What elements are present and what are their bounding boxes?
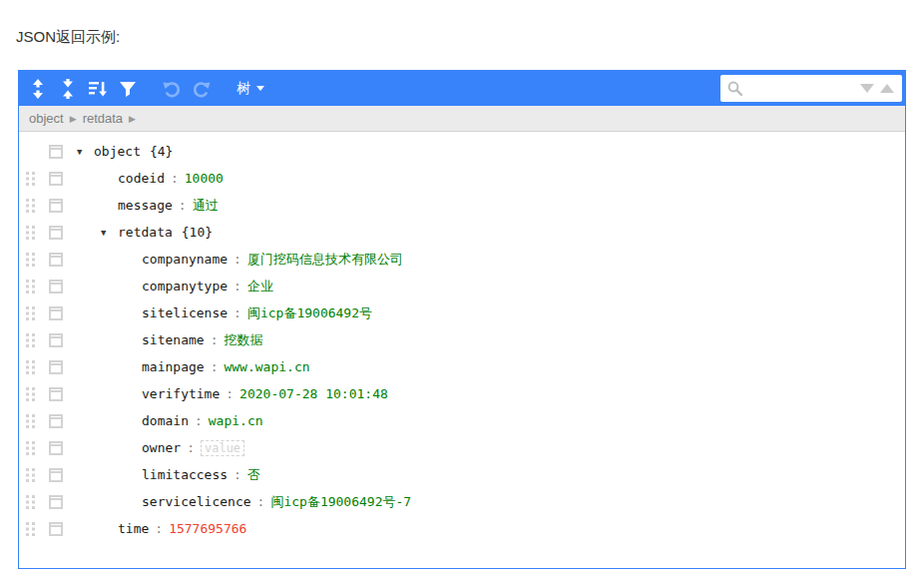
context-menu-button[interactable] xyxy=(49,441,63,455)
sort-icon xyxy=(88,79,108,99)
field-name[interactable]: servicelicence xyxy=(142,494,251,509)
context-menu-button[interactable] xyxy=(49,333,63,347)
drag-handle-icon[interactable] xyxy=(26,226,37,240)
field-name[interactable]: companyname xyxy=(142,252,228,267)
tree-row: ▼ verifytime : 2020-07-28 10:01:48 xyxy=(19,380,905,407)
drag-handle-icon[interactable] xyxy=(26,522,37,536)
search-next-icon[interactable] xyxy=(860,84,874,93)
redo-button[interactable] xyxy=(189,76,215,102)
field-value[interactable]: 厦门挖码信息技术有限公司 xyxy=(247,251,403,269)
drag-handle-icon[interactable] xyxy=(26,360,37,374)
context-menu-button[interactable] xyxy=(49,253,63,267)
search-input[interactable] xyxy=(744,78,860,99)
key-value-separator: : xyxy=(257,494,265,509)
key-value-separator: : xyxy=(171,171,179,186)
context-menu-button[interactable] xyxy=(49,495,63,509)
field-value[interactable]: value xyxy=(201,440,244,456)
field-name[interactable]: codeid xyxy=(118,171,165,186)
context-menu-button[interactable] xyxy=(49,360,63,374)
drag-handle-icon[interactable] xyxy=(26,387,37,401)
collapse-all-icon xyxy=(58,79,78,99)
expand-all-button[interactable] xyxy=(25,76,51,102)
field-name[interactable]: domain xyxy=(142,413,189,428)
undo-icon xyxy=(162,79,182,99)
context-menu-button[interactable] xyxy=(49,387,63,401)
key-value-separator: : xyxy=(187,440,195,455)
field-name[interactable]: object xyxy=(94,144,141,159)
tree-row: ▼ mainpage : www.wapi.cn xyxy=(19,353,905,380)
key-value-separator: : xyxy=(155,521,163,536)
key-value-separator: : xyxy=(233,305,241,320)
page-title: JSON返回示例: xyxy=(16,28,120,47)
object-count: {10} xyxy=(182,225,213,240)
context-menu-button[interactable] xyxy=(49,468,63,482)
drag-handle-icon[interactable] xyxy=(26,172,37,186)
field-name[interactable]: time xyxy=(118,521,149,536)
field-value[interactable]: 企业 xyxy=(247,278,273,295)
tree-row: ▼ sitename : 挖数据 xyxy=(19,326,905,353)
context-menu-button[interactable] xyxy=(49,226,63,240)
context-menu-button[interactable] xyxy=(49,199,63,213)
drag-handle-icon[interactable] xyxy=(26,333,37,347)
key-value-separator: : xyxy=(195,413,203,428)
field-value[interactable]: wapi.cn xyxy=(209,413,263,428)
field-name[interactable]: limitaccess xyxy=(142,467,228,482)
field-name[interactable]: companytype xyxy=(142,279,228,293)
breadcrumb-arrow-icon: ▶ xyxy=(70,114,77,124)
mode-select-button[interactable]: 树 xyxy=(236,76,264,102)
drag-handle-icon[interactable] xyxy=(26,468,37,482)
field-value[interactable]: 闽icp备19006492号-7 xyxy=(270,493,411,511)
undo-button[interactable] xyxy=(159,76,185,102)
chevron-down-icon xyxy=(256,86,264,91)
tree-row: ▼ servicelicence : 闽icp备19006492号-7 xyxy=(19,488,905,515)
tree-row: ▼ codeid : 10000 xyxy=(19,165,905,192)
tree-rows: ▼ object {4} ▼ codeid : 10000 xyxy=(19,132,905,542)
key-value-separator: : xyxy=(233,467,241,482)
field-name[interactable]: sitelicense xyxy=(142,305,228,320)
context-menu-button[interactable] xyxy=(49,280,63,293)
drag-handle-icon[interactable] xyxy=(26,199,37,213)
field-value[interactable]: www.wapi.cn xyxy=(224,359,309,374)
context-menu-button[interactable] xyxy=(49,172,63,186)
field-name[interactable]: mainpage xyxy=(142,359,205,374)
drag-handle-icon[interactable] xyxy=(26,253,37,267)
field-value[interactable]: 通过 xyxy=(193,197,219,215)
drag-handle-icon[interactable] xyxy=(26,414,37,428)
search-previous-icon[interactable] xyxy=(880,84,894,93)
breadcrumb-item[interactable]: object xyxy=(29,111,64,126)
key-value-separator: : xyxy=(211,359,219,374)
drag-handle-icon[interactable] xyxy=(26,441,37,455)
context-menu-button[interactable] xyxy=(49,145,63,159)
key-value-separator: : xyxy=(233,252,241,267)
sort-button[interactable] xyxy=(85,76,111,102)
field-name[interactable]: message xyxy=(118,198,173,213)
drag-handle-icon[interactable] xyxy=(26,495,37,509)
drag-handle-icon[interactable] xyxy=(26,306,37,320)
field-value[interactable]: 闽icp备19006492号 xyxy=(247,304,372,322)
filter-icon xyxy=(118,79,138,99)
key-value-separator: : xyxy=(226,386,233,401)
field-name[interactable]: sitename xyxy=(142,332,205,347)
collapse-triangle-icon[interactable]: ▼ xyxy=(77,147,94,157)
key-value-separator: : xyxy=(211,332,219,347)
field-name[interactable]: verifytime xyxy=(142,386,220,401)
breadcrumb-item[interactable]: retdata xyxy=(83,111,123,126)
field-value[interactable]: 否 xyxy=(247,466,260,484)
field-value[interactable]: 1577695766 xyxy=(169,521,246,536)
field-name[interactable]: owner xyxy=(142,440,181,455)
collapse-triangle-icon[interactable]: ▼ xyxy=(101,228,118,238)
field-name[interactable]: retdata xyxy=(118,225,173,240)
context-menu-button[interactable] xyxy=(49,414,63,428)
filter-button[interactable] xyxy=(115,76,141,102)
field-value[interactable]: 2020-07-28 10:01:48 xyxy=(239,386,388,401)
search-box xyxy=(720,75,902,102)
drag-handle-icon[interactable] xyxy=(26,280,37,293)
field-value[interactable]: 挖数据 xyxy=(224,331,262,349)
context-menu-button[interactable] xyxy=(49,306,63,320)
collapse-all-button[interactable] xyxy=(55,76,81,102)
context-menu-button[interactable] xyxy=(49,522,63,536)
tree-row: ▼ companyname : 厦门挖码信息技术有限公司 xyxy=(19,246,905,273)
tree-row: ▼ time : 1577695766 xyxy=(19,515,905,542)
tree-row: ▼ owner : value xyxy=(19,434,905,461)
field-value[interactable]: 10000 xyxy=(185,171,224,186)
